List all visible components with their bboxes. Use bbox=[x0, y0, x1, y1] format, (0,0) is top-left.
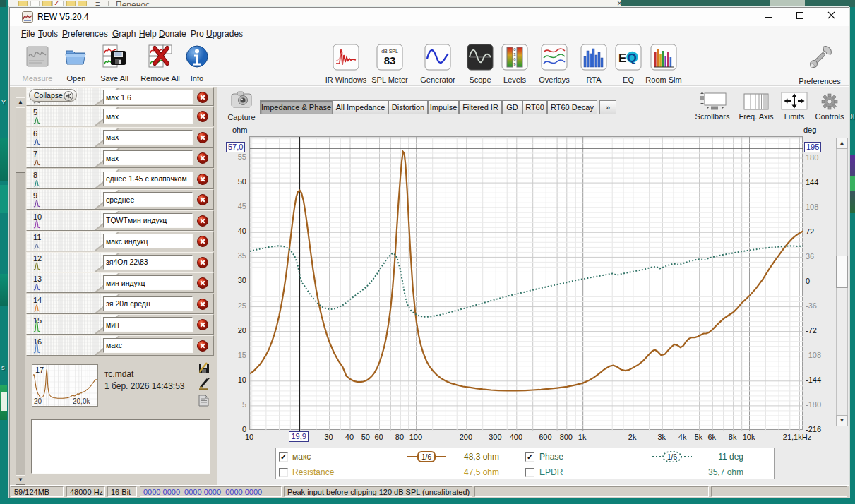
legend-checkbox-макс[interactable]: ✓ bbox=[279, 452, 288, 462]
toolbar-button-spl-meter[interactable]: dB SPL83SPL Meter bbox=[364, 44, 416, 84]
capture-button[interactable]: Capture bbox=[222, 90, 261, 121]
measurement-delete-button[interactable] bbox=[197, 215, 208, 227]
measurement-name-input[interactable] bbox=[103, 275, 193, 290]
thumbnail-freq-end: 20,0k bbox=[73, 397, 90, 405]
menu-item-tools[interactable]: Tools bbox=[38, 29, 58, 39]
measurement-row[interactable]: 15 bbox=[26, 314, 214, 335]
measurement-delete-button[interactable] bbox=[197, 257, 208, 268]
selected-measurement-row[interactable]: 172020,0kтс.mdat1 бер. 2026 14:43:53 bbox=[26, 356, 214, 418]
tab-gd[interactable]: GD bbox=[502, 100, 522, 114]
legend-checkbox-phase[interactable]: ✓ bbox=[525, 452, 534, 462]
y-left-unit: ohm bbox=[232, 126, 247, 134]
measurement-number: 7 bbox=[33, 150, 37, 158]
measurement-name-input[interactable] bbox=[103, 317, 193, 332]
measurement-name-input[interactable] bbox=[103, 255, 193, 270]
tab-impedance-phase[interactable]: Impedance & Phase bbox=[260, 100, 333, 114]
measurement-row[interactable]: 16 bbox=[26, 335, 214, 356]
measurement-delete-button[interactable] bbox=[197, 174, 208, 185]
legend-checkbox-epdr[interactable] bbox=[525, 468, 534, 477]
notes-button[interactable] bbox=[198, 395, 210, 407]
measurement-name-input[interactable] bbox=[103, 172, 193, 186]
menu-item-donate[interactable]: Donate bbox=[159, 29, 186, 39]
cursor-freq-box[interactable]: 19,9 bbox=[289, 431, 308, 442]
tab-distortion[interactable]: Distortion bbox=[388, 100, 428, 114]
pen-button[interactable] bbox=[198, 377, 210, 390]
tab-impulse[interactable]: Impulse bbox=[428, 100, 459, 114]
measurement-name-input[interactable] bbox=[103, 90, 193, 104]
menu-item-help[interactable]: Help bbox=[139, 29, 157, 39]
measurement-name-input[interactable] bbox=[103, 234, 193, 248]
tab-all-impedance[interactable]: All Impedance bbox=[333, 100, 388, 114]
close-button[interactable] bbox=[815, 8, 847, 26]
menu-item-graph[interactable]: Graph bbox=[112, 29, 136, 39]
measurement-name-input[interactable] bbox=[103, 150, 193, 165]
measurement-row[interactable]: 11 bbox=[26, 231, 214, 251]
graph-scrollbar-down[interactable]: ▼ bbox=[836, 415, 848, 426]
measurement-delete-button[interactable] bbox=[197, 92, 208, 103]
y-right-limit-box[interactable]: 195 bbox=[804, 142, 821, 152]
measurement-row[interactable]: 12 bbox=[26, 252, 214, 272]
measurement-name-input[interactable] bbox=[103, 296, 193, 311]
measurement-row[interactable]: 6 bbox=[26, 127, 214, 148]
minimize-button[interactable] bbox=[752, 8, 784, 26]
legend-checkbox-resistance[interactable] bbox=[279, 468, 288, 477]
delete-icon bbox=[197, 277, 208, 289]
measurement-name-input[interactable] bbox=[103, 192, 193, 207]
measurements-scrollbar-down[interactable]: ▼ bbox=[16, 475, 25, 485]
tab-filtered-ir[interactable]: Filtered IR bbox=[459, 100, 502, 114]
measurement-row[interactable]: 9 bbox=[26, 189, 214, 210]
tab-[interactable]: » bbox=[599, 100, 616, 114]
graph-scrollbar-up[interactable]: ▲ bbox=[836, 138, 848, 149]
collapse-button[interactable]: Collapse bbox=[29, 89, 77, 102]
toolbar-button-preferences[interactable]: Preferences bbox=[789, 44, 851, 85]
toolbar-button-label: Room Sim bbox=[640, 76, 687, 84]
measurement-delete-button[interactable] bbox=[197, 152, 208, 164]
toolbar-button-info[interactable]: Info bbox=[177, 44, 217, 83]
measurements-scrollbar-up[interactable]: ▲ bbox=[16, 97, 25, 107]
toolbar-button-levels[interactable]: 0369Levels bbox=[494, 44, 535, 84]
menu-item-preferences[interactable]: Preferences bbox=[62, 29, 108, 39]
graph-button-controls[interactable]: Controls bbox=[807, 91, 852, 121]
toolbar-button-room-sim[interactable]: Room Sim bbox=[640, 44, 687, 84]
measurement-file-name: тс.mdat bbox=[104, 369, 133, 379]
measurement-row[interactable]: 8 bbox=[26, 169, 214, 189]
measurement-row[interactable]: 5 bbox=[26, 106, 214, 126]
graph-button-scrollbars[interactable]: Scrollbars bbox=[690, 91, 735, 121]
y-right-tick: 0 bbox=[806, 277, 830, 285]
collapse-icon-wrap bbox=[64, 91, 73, 104]
measurement-row[interactable]: 14 bbox=[26, 294, 214, 314]
tab-rt60-decay[interactable]: RT60 Decay bbox=[547, 100, 597, 114]
toolbar-button-overlays[interactable]: Overlays bbox=[531, 44, 578, 84]
maximize-button[interactable] bbox=[784, 8, 815, 26]
measurement-name-input[interactable] bbox=[103, 213, 193, 228]
measurement-name-input[interactable] bbox=[103, 109, 193, 124]
measurement-delete-button[interactable] bbox=[197, 111, 208, 122]
desktop-label-fragment: s bbox=[1, 364, 5, 371]
y-left-tick: 35 bbox=[222, 251, 246, 260]
y-left-limit-box[interactable]: 57,0 bbox=[226, 142, 245, 152]
measurement-delete-button[interactable] bbox=[197, 236, 208, 247]
chart-plot-area[interactable] bbox=[249, 136, 803, 430]
measurement-name-input[interactable] bbox=[103, 338, 193, 353]
y-left-tick: 55 bbox=[222, 152, 246, 161]
menu-item-file[interactable]: File bbox=[21, 29, 35, 39]
measurement-delete-button[interactable] bbox=[197, 132, 208, 143]
measurement-delete-button[interactable] bbox=[197, 194, 208, 205]
save-trace-button[interactable] bbox=[198, 361, 210, 374]
graph-scrollbar-thumb[interactable] bbox=[836, 256, 848, 288]
measurement-delete-button[interactable] bbox=[197, 277, 208, 289]
x-tick: 50 bbox=[361, 433, 370, 441]
measurement-delete-button[interactable] bbox=[197, 340, 208, 352]
measurements-scrollbar-thumb[interactable] bbox=[16, 107, 25, 173]
menu-item-pro-upgrades[interactable]: Pro Upgrades bbox=[191, 29, 243, 39]
measurement-notes-box[interactable] bbox=[31, 419, 210, 474]
measurement-delete-button[interactable] bbox=[197, 299, 208, 310]
measurement-name-input[interactable] bbox=[103, 130, 193, 145]
measurement-row[interactable]: 10 bbox=[26, 210, 214, 231]
tab-rt60[interactable]: RT60 bbox=[522, 100, 547, 114]
measurement-row[interactable]: 7 bbox=[26, 148, 214, 168]
toolbar-button-save-all[interactable]: Save All bbox=[91, 44, 138, 83]
measurement-row[interactable]: 13 bbox=[26, 272, 214, 293]
measurement-delete-button[interactable] bbox=[197, 319, 208, 330]
toolbar-button-generator[interactable]: Generator bbox=[412, 44, 464, 84]
